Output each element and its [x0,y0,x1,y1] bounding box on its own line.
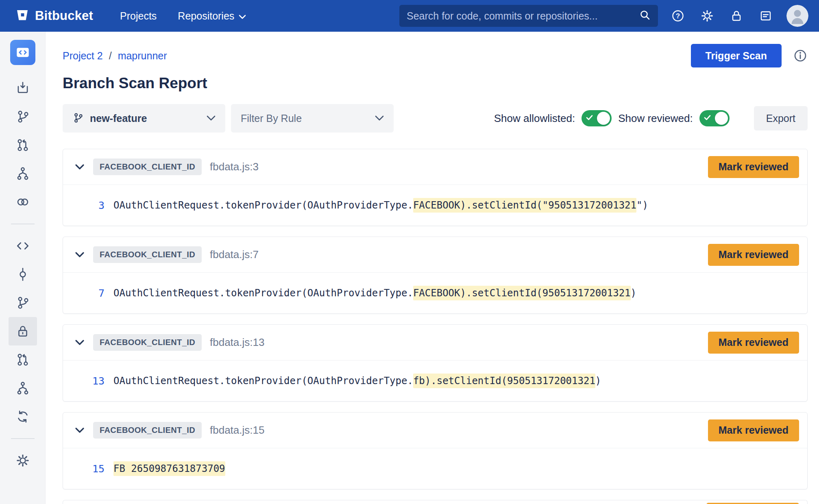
trigger-scan-button[interactable]: Trigger Scan [691,44,782,67]
chevron-down-icon [375,115,384,121]
breadcrumb: Project 2 / maprunner [63,50,167,62]
breadcrumb-separator: / [109,50,112,62]
secret-highlight: FB 2650987631873709 [113,461,225,476]
toggle-group: Show allowlisted: Show reviewed: [494,110,730,126]
sync-icon[interactable] [9,402,37,431]
rule-filter-selector[interactable]: Filter By Rule [231,104,394,133]
avatar[interactable] [786,5,808,27]
help-button[interactable]: ? [669,7,687,25]
code-prefix: OAuthClientRequest.tokenProvider(OAuthPr… [113,375,413,387]
secret-highlight: fb).setClientId(950513172001321 [413,374,595,388]
branch-selector-value: new-feature [90,113,147,124]
findings-list: FACEBOOK_CLIENT_ID fbdata.js:3 Mark revi… [63,149,808,489]
finding-header: FACEBOOK_CLIENT_ID fbdata.js:15 Mark rev… [63,413,807,448]
finding-location: fbdata.js:7 [210,248,259,261]
finding-code-row: 15 FB 2650987631873709 [63,448,807,489]
branches-icon[interactable] [9,289,37,317]
repo-avatar[interactable] [10,40,35,65]
main-content: Project 2 / maprunner Trigger Scan Branc… [46,32,819,504]
lock-button[interactable] [727,7,746,25]
show-allowlisted-toggle[interactable] [582,110,612,126]
info-icon[interactable] [793,48,808,63]
nav-repositories[interactable]: Repositories [167,0,257,32]
finding-code-row: 13 OAuthClientRequest.tokenProvider(OAut… [63,361,807,401]
feedback-button[interactable] [756,7,775,25]
filter-toolbar: new-feature Filter By Rule Show allowlis… [63,104,808,133]
finding-location: fbdata.js:13 [210,336,264,349]
code-suffix: ") [636,200,648,211]
pull-requests-icon[interactable] [9,131,37,159]
settings-button[interactable] [698,7,717,25]
code-suffix: ) [631,287,636,299]
finding-location: fbdata.js:3 [210,161,259,173]
finding-card: FACEBOOK_CLIENT_ID fbdata.js:7 Mark revi… [63,237,808,314]
pull-requests-icon[interactable] [9,345,37,374]
sidebar [0,32,46,504]
finding-header: FACEBOOK_CLIENT_ID fbdata.js:7 Mark revi… [63,237,807,273]
nav-projects-label: Projects [120,10,157,22]
show-reviewed-label: Show reviewed: [618,112,693,125]
mark-reviewed-button[interactable]: Mark reviewed [708,244,799,266]
secret-highlight: FACEBOOK).setClientId("950513172001321 [413,198,636,213]
chevron-down-icon [207,115,216,121]
chevron-down-icon [239,10,246,22]
security-lock-icon[interactable] [9,317,37,345]
finding-card: FACEBOOK_CLIENT_ID fbdata.js:13 Mark rev… [63,324,808,402]
nav-repositories-label: Repositories [178,10,234,22]
export-button[interactable]: Export [754,106,808,130]
pipelines-icon[interactable] [9,188,37,216]
mark-reviewed-button[interactable]: Mark reviewed [708,156,799,178]
sidebar-divider [11,438,35,439]
rule-badge: FACEBOOK_CLIENT_ID [93,246,202,263]
code-snippet: OAuthClientRequest.tokenProvider(OAuthPr… [113,287,636,299]
line-number: 3 [89,200,105,211]
branches-icon[interactable] [9,102,37,131]
show-allowlisted-label: Show allowlisted: [494,112,575,125]
finding-code-row: 7 OAuthClientRequest.tokenProvider(OAuth… [63,273,807,313]
secret-highlight: FACEBOOK).setClientId(950513172001321 [413,286,631,300]
toggle-knob [597,112,610,125]
code-snippet: FB 2650987631873709 [113,463,225,474]
search-icon[interactable] [639,9,651,22]
forks-icon[interactable] [9,159,37,188]
finding-header: FACEBOOK_CLIENT_ID fbdata.js:13 Mark rev… [63,325,807,361]
page-title: Branch Scan Report [63,75,808,92]
line-number: 7 [89,287,105,299]
app-body: Project 2 / maprunner Trigger Scan Branc… [0,32,819,504]
global-search[interactable] [399,5,658,27]
line-number: 15 [89,463,105,475]
show-reviewed-toggle[interactable] [699,110,730,126]
search-input[interactable] [407,10,634,22]
rule-filter-value: Filter By Rule [241,113,302,124]
commits-icon[interactable] [9,260,37,289]
finding-location: fbdata.js:15 [210,424,264,437]
nav-projects[interactable]: Projects [109,0,167,32]
collapse-chevron-icon[interactable] [74,251,88,258]
collapse-chevron-icon[interactable] [74,339,88,346]
mark-reviewed-button[interactable]: Mark reviewed [708,332,799,354]
sidebar-divider [11,224,35,224]
breadcrumb-repository-link[interactable]: maprunner [118,50,167,62]
finding-header [63,500,807,504]
mark-reviewed-button[interactable]: Mark reviewed [708,419,799,441]
collapse-chevron-icon[interactable] [74,427,88,434]
code-suffix: ) [595,375,601,387]
rule-badge: FACEBOOK_CLIENT_ID [93,422,202,439]
forks-icon[interactable] [9,374,37,402]
breadcrumb-project-link[interactable]: Project 2 [63,50,103,62]
collapse-chevron-icon[interactable] [74,163,88,170]
finding-header: FACEBOOK_CLIENT_ID fbdata.js:3 Mark revi… [63,149,807,185]
deployments-icon[interactable] [9,74,37,102]
code-snippet: OAuthClientRequest.tokenProvider(OAuthPr… [113,200,648,211]
bitbucket-logo-icon [15,8,29,24]
branch-selector[interactable]: new-feature [63,104,225,133]
bitbucket-logo[interactable]: Bitbucket [15,8,93,24]
brand-name: Bitbucket [35,9,93,23]
check-icon [586,115,593,122]
settings-gear-icon[interactable] [9,446,37,475]
code-prefix: OAuthClientRequest.tokenProvider(OAuthPr… [113,200,413,211]
primary-nav: Projects Repositories [109,0,257,32]
finding-code-row: 3 OAuthClientRequest.tokenProvider(OAuth… [63,185,807,226]
code-prefix: OAuthClientRequest.tokenProvider(OAuthPr… [113,287,413,299]
source-icon[interactable] [9,232,37,260]
